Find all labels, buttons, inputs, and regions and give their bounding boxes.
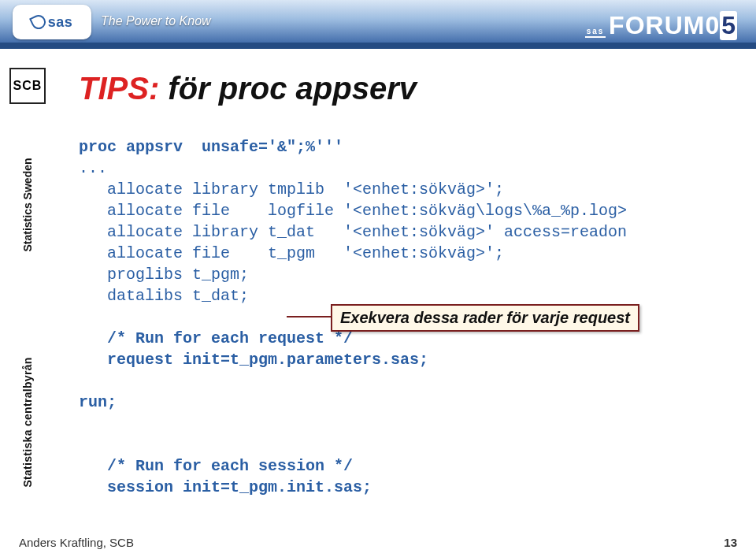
header-bottom-bar bbox=[0, 43, 756, 49]
code-line-9: /* Run for each request */ bbox=[79, 329, 353, 347]
sas-logo: sas bbox=[32, 14, 73, 31]
callout-text: Exekvera dessa rader för varje request bbox=[340, 309, 630, 326]
footer-author: Anders Kraftling, SCB bbox=[19, 536, 134, 549]
sas-swoosh-icon bbox=[29, 13, 48, 32]
forum-word: FORUM bbox=[609, 11, 705, 40]
code-line-13: session init=t_pgm.init.sas; bbox=[79, 478, 372, 496]
forum-sas-prefix: sas bbox=[585, 28, 606, 38]
code-line-12: /* Run for each session */ bbox=[79, 457, 353, 475]
content: TIPS: för proc appserv proc appsrv unsaf… bbox=[79, 71, 740, 498]
code-line-8: datalibs t_dat; bbox=[79, 287, 249, 305]
code-line-5: allocate library t_dat '<enhet:sökväg>' … bbox=[79, 223, 627, 241]
code-line-11: run; bbox=[79, 393, 117, 411]
sas-logo-block: sas bbox=[13, 5, 91, 39]
code-line-4: allocate file logfile '<enhet:sökväg\log… bbox=[79, 202, 627, 220]
code-line-3: allocate library tmplib '<enhet:sökväg>'… bbox=[79, 180, 504, 199]
code-line-1: proc appsrv unsafe='&";%''' bbox=[79, 138, 343, 156]
callout-connector-line bbox=[287, 316, 332, 317]
callout-box: Exekvera dessa rader för varje request bbox=[331, 304, 639, 332]
code-line-7: proglibs t_pgm; bbox=[79, 266, 249, 284]
forum-logo: sas FORUM 0 5 bbox=[585, 11, 737, 40]
slide-title: TIPS: för proc appserv bbox=[79, 71, 740, 106]
code-line-2: ... bbox=[79, 159, 107, 177]
sidebar: SCB Statistics Sweden Statistiska centra… bbox=[0, 49, 55, 557]
title-rest: för proc appserv bbox=[159, 71, 417, 106]
sidebar-text-1: Statistics Sweden bbox=[21, 158, 34, 251]
title-tips: TIPS: bbox=[79, 71, 159, 106]
sas-logo-text: sas bbox=[48, 14, 73, 31]
sidebar-text-2: Statistiska centralbyrån bbox=[21, 357, 34, 487]
slide: sas The Power to Know sas FORUM 0 5 SCB … bbox=[0, 0, 756, 557]
underline-icon bbox=[585, 36, 606, 38]
footer: Anders Kraftling, SCB 13 bbox=[19, 536, 737, 549]
header-bar: sas The Power to Know sas FORUM 0 5 bbox=[0, 0, 756, 49]
code-line-10: request init=t_pgm.parameters.sas; bbox=[79, 351, 428, 369]
code-line-6: allocate file t_pgm '<enhet:sökväg>'; bbox=[79, 244, 504, 262]
tagline: The Power to Know bbox=[101, 14, 211, 28]
footer-page: 13 bbox=[724, 536, 737, 549]
scb-badge: SCB bbox=[9, 68, 46, 104]
forum-year: 0 5 bbox=[705, 11, 737, 40]
